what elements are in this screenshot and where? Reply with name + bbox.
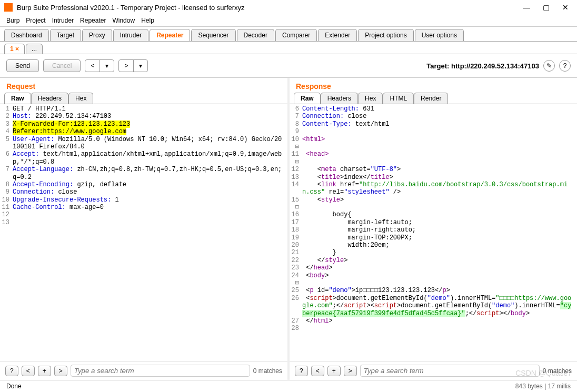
line-number: 28 [290,325,302,332]
view-tab-headers[interactable]: Headers [321,93,358,104]
request-search-bar: ? < + > 0 matches [0,361,287,380]
view-tab-hex[interactable]: Hex [358,93,383,104]
menu-repeater[interactable]: Repeater [80,17,106,24]
code-line[interactable]: 11Cache-Control: max-age=0 [0,204,287,211]
code-line[interactable]: 16 body{ [290,211,577,218]
menu-project[interactable]: Project [26,17,45,24]
tab-user-options[interactable]: User options [415,29,464,41]
minimize-button[interactable]: — [523,3,530,12]
line-number: 20 [290,242,302,249]
code-line[interactable]: 8Content-Type: text/html [290,120,577,128]
code-line[interactable]: 22 </style> [290,257,577,264]
tab-repeater[interactable]: Repeater [150,29,190,41]
tab-decoder[interactable]: Decoder [237,29,274,41]
request-search-next[interactable]: > [54,366,67,376]
code-line[interactable]: 6Content-Length: 631 [290,105,577,113]
history-forward-group: > ▾ [118,59,148,72]
line-number: 9 [0,188,13,196]
code-line[interactable]: 11⊟ <head> [290,150,577,166]
line-number: 19 [290,234,302,242]
code-line[interactable]: 13 [0,219,287,226]
response-help-icon[interactable]: ? [295,366,308,376]
menu-burp[interactable]: Burp [6,17,19,24]
response-search-options[interactable]: + [327,366,341,376]
send-button[interactable]: Send [6,59,39,72]
view-tab-raw[interactable]: Raw [294,93,321,104]
line-number: 12 [0,211,13,218]
view-tab-headers[interactable]: Headers [31,93,68,104]
code-line[interactable]: 1GET / HTTP/1.1 [0,105,287,113]
view-tab-html[interactable]: HTML [383,93,414,104]
sub-tab[interactable]: ... [26,44,43,54]
code-line[interactable]: 14 <link href="http://libs.baidu.com/boo… [290,181,577,196]
code-line[interactable]: 17 margin-left:auto; [290,219,577,226]
menu-window[interactable]: Window [112,17,135,24]
view-tab-raw[interactable]: Raw [4,93,31,104]
code-line[interactable]: 12 [0,211,287,218]
code-line[interactable]: 10Upgrade-Insecure-Requests: 1 [0,196,287,204]
code-line[interactable]: 3X-Forwarded-For:123.123.123.123 [0,120,287,128]
status-right: 843 bytes | 17 millis [515,383,571,390]
tab-comparer[interactable]: Comparer [275,29,317,41]
tab-proxy[interactable]: Proxy [82,29,112,41]
tab-extender[interactable]: Extender [318,29,357,41]
code-line[interactable]: 28 [290,325,577,332]
request-search-input[interactable] [71,365,250,377]
response-search-prev[interactable]: < [311,366,324,376]
code-line[interactable]: 20 width:20em; [290,242,577,249]
maximize-button[interactable]: ▢ [543,3,550,12]
request-help-icon[interactable]: ? [5,366,18,376]
code-line[interactable]: 24⊟ <body> [290,272,577,287]
code-line[interactable]: 23 </head> [290,264,577,272]
code-line[interactable]: 15⊟ <style> [290,196,577,212]
response-search-next[interactable]: > [344,366,357,376]
line-number: 12 [290,166,302,173]
menu-help[interactable]: Help [141,17,154,24]
tab-sequencer[interactable]: Sequencer [191,29,235,41]
line-number: 11⊟ [290,150,302,166]
action-bar: Send Cancel < ▾ > ▾ Target: http://220.2… [0,54,577,77]
history-forward-button[interactable]: > [119,60,134,72]
line-number: 10⊟ [290,136,302,151]
code-line[interactable]: 6Accept: text/html,application/xhtml+xml… [0,150,287,166]
request-search-prev[interactable]: < [22,366,35,376]
code-line[interactable]: 19 margin-TOP:200PX; [290,234,577,242]
line-number: 4 [0,128,13,135]
code-line[interactable]: 27 </html> [290,317,577,325]
status-bar: Done 843 bytes | 17 millis [0,380,577,392]
response-search-input[interactable] [360,365,540,377]
edit-target-button[interactable]: ✎ [543,60,555,72]
view-tab-hex[interactable]: Hex [68,93,93,104]
cancel-button[interactable]: Cancel [43,59,81,72]
code-line[interactable]: 8Accept-Encoding: gzip, deflate [0,181,287,188]
request-editor[interactable]: 1GET / HTTP/1.12Host: 220.249.52.134:471… [0,104,287,361]
history-back-button[interactable]: < [85,60,100,72]
code-line[interactable]: 21 } [290,249,577,256]
code-line[interactable]: 7Connection: close [290,113,577,120]
code-line[interactable]: 12 <meta charset="UTF-8"> [290,166,577,173]
tab-intruder[interactable]: Intruder [113,29,148,41]
tab-project-options[interactable]: Project options [358,29,413,41]
request-search-options[interactable]: + [38,366,51,376]
history-back-dropdown[interactable]: ▾ [100,60,114,72]
view-tab-render[interactable]: Render [414,93,448,104]
close-button[interactable]: ✕ [562,3,569,12]
code-line[interactable]: 7Accept-Language: zh-CN,zh;q=0.8,zh-TW;q… [0,166,287,181]
code-line[interactable]: 13 <title>index</title> [290,174,577,181]
code-line[interactable]: 26 <script>document.getElementById("demo… [290,295,577,317]
code-line[interactable]: 9 [290,128,577,135]
menu-intruder[interactable]: Intruder [52,17,74,24]
code-line[interactable]: 25 <p id="demo">ip□□□□123.123.123.123</p… [290,287,577,294]
code-line[interactable]: 5User-Agent: Mozilla/5.0 (Windows NT 10.… [0,136,287,151]
tab-target[interactable]: Target [50,29,81,41]
code-line[interactable]: 10⊟<html> [290,136,577,151]
code-line[interactable]: 2Host: 220.249.52.134:47103 [0,113,287,120]
code-line[interactable]: 18 margin-right:auto; [290,226,577,234]
code-line[interactable]: 4Referer:https://www.google.com [0,128,287,135]
history-forward-dropdown[interactable]: ▾ [134,60,147,72]
help-button[interactable]: ? [559,60,571,72]
sub-tab[interactable]: 1 × [4,44,25,54]
response-editor[interactable]: 6Content-Length: 6317Connection: close8C… [290,104,577,361]
tab-dashboard[interactable]: Dashboard [4,29,49,41]
code-line[interactable]: 9Connection: close [0,188,287,196]
